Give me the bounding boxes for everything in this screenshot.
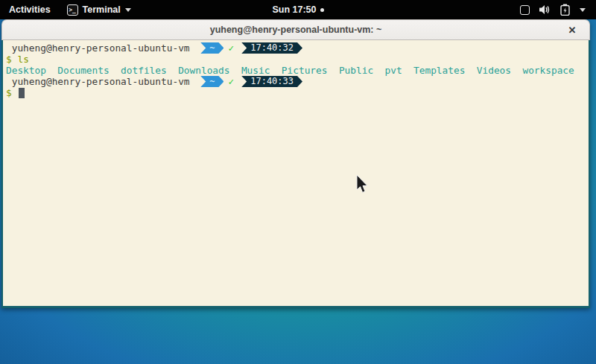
close-icon[interactable]: ✕ [562,20,582,39]
dir-entry: workspace [522,65,574,76]
command-text: ls [17,54,28,65]
dir-entry: Pictures [282,65,328,76]
terminal-window: yuheng@henry-personal-ubuntu-vm: ~ ✕ yuh… [1,19,590,308]
text-cursor [19,88,25,98]
app-menu-button[interactable]: >_ Terminal [60,0,139,19]
prompt-line-2: yuheng@henry-personal-ubuntu-vm ~ ✓ 17:4… [6,76,587,87]
terminal-app-icon: >_ [67,4,78,16]
screen-icon [520,5,530,15]
dir-entry: Videos [477,65,511,76]
current-prompt-line: $ [6,87,587,98]
mouse-pointer-icon [356,175,369,194]
dir-entry: Public [339,65,373,76]
dir-entry: Documents [57,65,109,76]
prompt-cwd-badge: ~ [200,42,224,54]
notification-dot-icon [320,8,324,12]
window-title: yuheng@henry-personal-ubuntu-vm: ~ [210,25,382,35]
terminal-content[interactable]: yuheng@henry-personal-ubuntu-vm ~ ✓ 17:4… [1,40,590,308]
prompt-time-badge: 17:40:32 [241,42,302,54]
dir-entry: dotfiles [121,65,167,76]
prompt-user-host: yuheng@henry-personal-ubuntu-vm [6,76,195,87]
app-menu-label: Terminal [83,4,121,15]
prompt-symbol: $ [6,87,17,98]
screen: Activities >_ Terminal Sun 17:50 [0,0,596,364]
dir-entry: Music [241,65,270,76]
prompt-line-1: yuheng@henry-personal-ubuntu-vm ~ ✓ 17:4… [6,42,587,54]
chevron-down-icon [580,8,586,12]
dir-entry: pvt [385,65,402,76]
activities-label: Activities [9,4,51,15]
dir-entry: Downloads [178,65,229,76]
status-ok-icon: ✓ [228,42,234,54]
prompt-user-host: yuheng@henry-personal-ubuntu-vm [6,42,195,54]
clock-label: Sun 17:50 [272,4,316,15]
command-line: $ ls [6,54,587,65]
volume-icon [539,4,551,15]
status-ok-icon: ✓ [228,76,234,87]
prompt-symbol: $ [6,54,17,65]
desktop-background: yuheng@henry-personal-ubuntu-vm: ~ ✕ yuh… [0,19,596,364]
prompt-cwd-badge: ~ [200,76,224,87]
chevron-down-icon [125,8,131,12]
top-bar: Activities >_ Terminal Sun 17:50 [0,0,596,19]
window-titlebar[interactable]: yuheng@henry-personal-ubuntu-vm: ~ ✕ [1,19,590,40]
prompt-time-badge: 17:40:33 [241,76,302,87]
system-status-area[interactable] [520,0,596,19]
battery-charging-icon [560,4,570,16]
activities-button[interactable]: Activities [0,0,60,19]
dir-entry: Templates [413,65,465,76]
ls-output-line: DesktopDocumentsdotfilesDownloadsMusicPi… [6,65,587,76]
clock-button[interactable]: Sun 17:50 [272,0,323,19]
dir-entry: Desktop [6,65,46,76]
